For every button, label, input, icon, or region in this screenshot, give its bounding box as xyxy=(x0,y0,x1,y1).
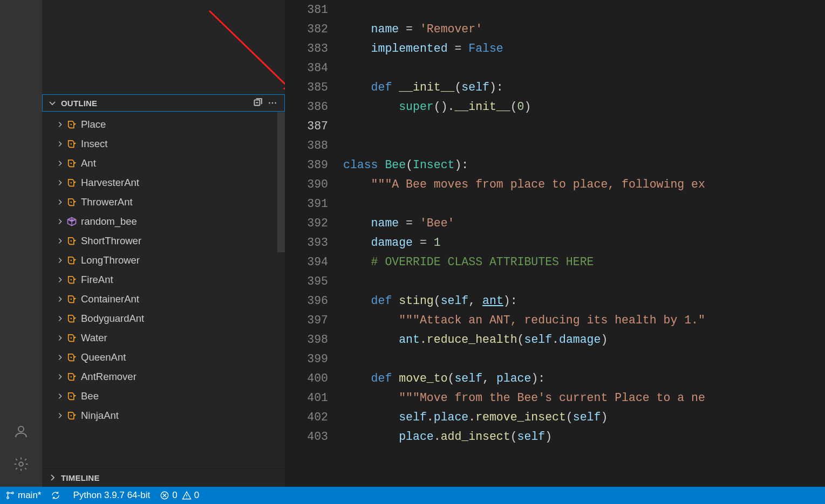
symbol-class-icon xyxy=(66,332,78,344)
sidebar: OUTLINE PlaceInsectAntHarvesterAntThrowe… xyxy=(42,0,285,487)
svg-point-8 xyxy=(71,163,72,164)
more-icon[interactable] xyxy=(266,96,279,109)
outline-item[interactable]: ThrowerAnt xyxy=(42,192,285,212)
symbol-class-icon xyxy=(66,371,78,383)
svg-point-11 xyxy=(71,240,72,242)
outline-item-label: FireAnt xyxy=(81,274,113,286)
outline-item-label: ContainerAnt xyxy=(81,293,139,305)
symbol-variable-icon xyxy=(66,216,78,227)
problems-status[interactable]: 0 0 xyxy=(160,487,199,504)
outline-item-label: ShortThrower xyxy=(81,235,141,247)
outline-item-label: Bee xyxy=(81,390,99,402)
python-interpreter[interactable]: Python 3.9.7 64-bit xyxy=(70,487,150,504)
outline-item-label: Insect xyxy=(81,138,107,150)
source-control-branch[interactable]: main* xyxy=(5,487,41,504)
chevron-right-icon xyxy=(55,198,65,206)
svg-point-19 xyxy=(71,396,72,397)
chevron-right-icon xyxy=(55,295,65,303)
outline-title: OUTLINE xyxy=(61,99,97,108)
activity-bar xyxy=(0,0,42,487)
outline-item-label: Place xyxy=(81,119,106,130)
svg-point-16 xyxy=(71,337,72,339)
symbol-class-icon xyxy=(66,235,78,247)
chevron-right-icon xyxy=(55,334,65,342)
outline-item-label: HarvesterAnt xyxy=(81,177,139,189)
settings-gear-icon[interactable] xyxy=(8,451,34,477)
chevron-right-icon xyxy=(55,392,65,400)
svg-point-6 xyxy=(71,124,72,126)
svg-point-12 xyxy=(71,260,72,261)
symbol-class-icon xyxy=(66,351,78,363)
svg-point-20 xyxy=(71,415,72,417)
outline-item[interactable]: NinjaAnt xyxy=(42,406,285,425)
outline-item[interactable]: random_bee xyxy=(42,212,285,231)
svg-point-10 xyxy=(71,202,72,203)
outline-tree[interactable]: PlaceInsectAntHarvesterAntThrowerAntrand… xyxy=(42,112,285,468)
chevron-right-icon xyxy=(55,276,65,284)
status-bar: main* Python 3.9.7 64-bit 0 0 xyxy=(0,487,825,504)
error-count: 0 xyxy=(172,490,177,501)
chevron-right-icon xyxy=(55,179,65,187)
svg-point-17 xyxy=(71,357,72,358)
symbol-class-icon xyxy=(66,157,78,169)
collapse-all-icon[interactable] xyxy=(251,96,264,109)
symbol-class-icon xyxy=(66,313,78,325)
sync-button[interactable] xyxy=(51,487,60,504)
symbol-class-icon xyxy=(66,390,78,402)
code-content[interactable]: name = 'Remover' implemented = False def… xyxy=(343,0,825,487)
outline-item[interactable]: QueenAnt xyxy=(42,348,285,367)
chevron-right-icon xyxy=(55,354,65,361)
svg-point-18 xyxy=(71,376,72,378)
scrollbar-thumb[interactable] xyxy=(277,112,285,252)
outline-item[interactable]: Insect xyxy=(42,134,285,154)
outline-item-label: random_bee xyxy=(81,216,137,227)
svg-point-13 xyxy=(71,279,72,281)
outline-item[interactable]: ShortThrower xyxy=(42,231,285,251)
svg-point-14 xyxy=(71,299,72,300)
outline-item[interactable]: LongThrower xyxy=(42,251,285,270)
code-editor[interactable]: 3813823833843853863873883893903913923933… xyxy=(285,0,825,487)
outline-item[interactable]: HarvesterAnt xyxy=(42,173,285,192)
outline-item-label: BodyguardAnt xyxy=(81,313,144,325)
outline-panel-header[interactable]: OUTLINE xyxy=(42,94,285,112)
svg-point-3 xyxy=(269,102,270,104)
chevron-right-icon xyxy=(55,412,65,419)
chevron-right-icon xyxy=(55,160,65,167)
svg-point-0 xyxy=(18,426,24,432)
svg-point-22 xyxy=(7,492,9,494)
accounts-icon[interactable] xyxy=(8,419,34,445)
svg-point-1 xyxy=(19,462,23,466)
outline-item[interactable]: BodyguardAnt xyxy=(42,309,285,328)
symbol-class-icon xyxy=(66,177,78,189)
symbol-class-icon xyxy=(66,293,78,305)
outline-item[interactable]: Bee xyxy=(42,386,285,406)
chevron-right-icon xyxy=(55,140,65,148)
symbol-class-icon xyxy=(66,138,78,150)
outline-item[interactable]: ContainerAnt xyxy=(42,289,285,309)
outline-item-label: NinjaAnt xyxy=(81,410,119,422)
outline-item-label: QueenAnt xyxy=(81,351,126,363)
chevron-down-icon xyxy=(48,99,57,107)
symbol-class-icon xyxy=(66,119,78,130)
outline-item[interactable]: Water xyxy=(42,328,285,348)
outline-item[interactable]: AntRemover xyxy=(42,367,285,386)
svg-point-5 xyxy=(275,102,276,104)
symbol-class-icon xyxy=(66,196,78,208)
symbol-class-icon xyxy=(66,274,78,286)
interpreter-label: Python 3.9.7 64-bit xyxy=(73,490,150,501)
svg-point-4 xyxy=(272,102,274,104)
symbol-class-icon xyxy=(66,254,78,266)
line-number-gutter: 3813823833843853863873883893903913923933… xyxy=(285,0,343,487)
chevron-right-icon xyxy=(55,218,65,225)
svg-point-15 xyxy=(71,318,72,320)
outline-item[interactable]: FireAnt xyxy=(42,270,285,289)
chevron-right-icon xyxy=(55,315,65,322)
outline-item-label: LongThrower xyxy=(81,254,140,266)
svg-point-23 xyxy=(7,497,9,499)
warning-count: 0 xyxy=(194,490,199,501)
chevron-right-icon xyxy=(55,257,65,264)
outline-item[interactable]: Ant xyxy=(42,154,285,173)
symbol-class-icon xyxy=(66,410,78,422)
timeline-panel-header[interactable]: TIMELINE xyxy=(42,468,285,487)
outline-item[interactable]: Place xyxy=(42,115,285,134)
